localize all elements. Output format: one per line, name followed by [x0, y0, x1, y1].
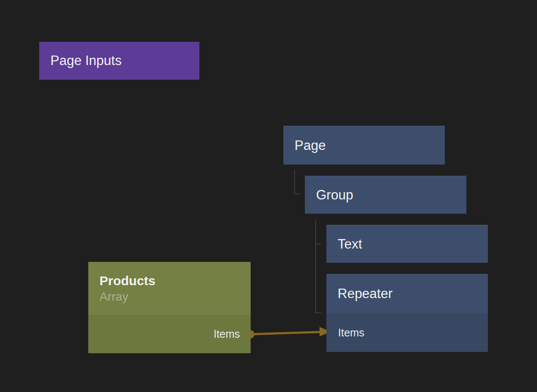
- products-header[interactable]: Products Array: [88, 262, 251, 315]
- node-page-inputs[interactable]: Page Inputs: [39, 42, 199, 80]
- node-page[interactable]: Page: [283, 126, 445, 165]
- products-ports-row: Items: [88, 315, 251, 353]
- products-label: Products: [99, 273, 251, 289]
- group-label: Group: [305, 187, 353, 203]
- node-text[interactable]: Text: [326, 225, 488, 263]
- text-label: Text: [326, 236, 362, 252]
- page-label: Page: [283, 138, 326, 153]
- node-products[interactable]: Products Array Items: [88, 262, 251, 353]
- tree-connector-page-to-group: [295, 170, 300, 194]
- page-inputs-label: Page Inputs: [39, 53, 121, 68]
- repeater-ports-row: Items: [326, 313, 488, 352]
- repeater-header[interactable]: Repeater: [326, 274, 488, 313]
- products-items-output-port-label[interactable]: Items: [214, 328, 240, 340]
- products-type-label: Array: [99, 289, 251, 304]
- repeater-items-input-port-label[interactable]: Items: [326, 327, 364, 339]
- node-graph-canvas[interactable]: Page Inputs Page Group Text Repeater Ite…: [0, 0, 537, 392]
- tree-connector-group-to-repeater: [316, 219, 321, 313]
- connection-wire-items[interactable]: [250, 332, 321, 335]
- node-group[interactable]: Group: [305, 176, 466, 214]
- repeater-label: Repeater: [326, 286, 393, 302]
- node-repeater[interactable]: Repeater Items: [326, 274, 488, 352]
